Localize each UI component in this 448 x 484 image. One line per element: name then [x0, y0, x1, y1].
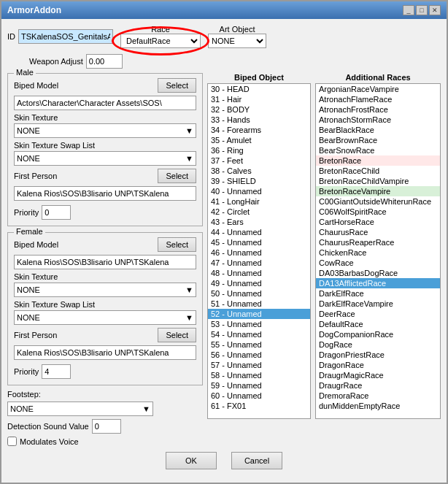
ok-button[interactable]: OK: [166, 452, 217, 469]
maximize-button[interactable]: □: [416, 5, 428, 15]
additional-race-item[interactable]: DraugrRace: [316, 380, 440, 391]
biped-object-item[interactable]: 34 - Forearms: [208, 125, 310, 135]
female-firstperson-select-button[interactable]: Select: [158, 328, 196, 342]
biped-object-item[interactable]: 39 - SHIELD: [208, 176, 310, 186]
additional-race-item[interactable]: ChaurusReaperRace: [316, 237, 440, 247]
additional-race-item[interactable]: DA13AfflictedRace: [316, 278, 440, 288]
female-firstperson-path[interactable]: [14, 345, 196, 360]
male-biped-select-button[interactable]: Select: [158, 78, 196, 93]
biped-object-item[interactable]: 36 - Ring: [208, 145, 310, 155]
biped-object-item[interactable]: 61 - FX01: [208, 401, 310, 411]
additional-race-item[interactable]: dunMiddenEmptyRace: [316, 401, 440, 411]
additional-race-item[interactable]: DraugrMagicRace: [316, 370, 440, 380]
additional-race-item[interactable]: DarkElfRaceVampire: [316, 299, 440, 309]
biped-object-item[interactable]: 41 - LongHair: [208, 196, 310, 207]
male-firstperson-path[interactable]: [14, 186, 196, 201]
top-row: ID Race DefaultRace Art Object NONE: [7, 25, 441, 48]
art-object-dropdown[interactable]: NONE: [208, 34, 266, 48]
biped-object-item[interactable]: 55 - Unnamed: [208, 339, 310, 350]
additional-race-item[interactable]: CowRace: [316, 258, 440, 268]
biped-object-item[interactable]: 42 - Circlet: [208, 207, 310, 217]
race-dropdown[interactable]: DefaultRace: [120, 34, 201, 48]
additional-race-item[interactable]: ChickenRace: [316, 247, 440, 258]
biped-object-item[interactable]: 53 - Unnamed: [208, 319, 310, 329]
female-firstperson-row: First Person Select: [14, 328, 196, 342]
female-skin-dropdown[interactable]: NONE ▼: [14, 283, 196, 297]
minimize-button[interactable]: _: [403, 5, 414, 15]
additional-race-item[interactable]: DogCompanionRace: [316, 329, 440, 339]
additional-race-item[interactable]: AtronachStormRace: [316, 115, 440, 125]
additional-race-item[interactable]: BearBlackRace: [316, 125, 440, 135]
biped-object-item[interactable]: 48 - Unnamed: [208, 268, 310, 278]
biped-object-item[interactable]: 30 - HEAD: [208, 84, 310, 94]
additional-race-item[interactable]: C00GiantOutsideWhiterunRace: [316, 196, 440, 207]
female-swap-dropdown[interactable]: NONE ▼: [14, 310, 196, 325]
biped-object-item[interactable]: 51 - Unnamed: [208, 299, 310, 309]
female-priority-input[interactable]: [42, 364, 71, 379]
additional-race-item[interactable]: DragonRace: [316, 360, 440, 370]
biped-object-item[interactable]: 32 - BODY: [208, 104, 310, 115]
biped-object-item[interactable]: 50 - Unnamed: [208, 288, 310, 299]
biped-object-item[interactable]: 49 - Unnamed: [208, 278, 310, 288]
biped-object-item[interactable]: 40 - Unnamed: [208, 186, 310, 196]
additional-race-item[interactable]: DA03BarbasDogRace: [316, 268, 440, 278]
additional-race-item[interactable]: BretonRaceChild: [316, 166, 440, 176]
male-firstperson-select-button[interactable]: Select: [158, 169, 196, 183]
male-priority-input[interactable]: [42, 205, 71, 220]
female-skin-arrow: ▼: [185, 285, 193, 294]
biped-object-item[interactable]: 33 - Hands: [208, 115, 310, 125]
additional-race-item[interactable]: DogRace: [316, 339, 440, 350]
male-swap-dropdown[interactable]: NONE ▼: [14, 151, 196, 166]
additional-race-item[interactable]: ChaurusRace: [316, 227, 440, 237]
cancel-button[interactable]: Cancel: [231, 452, 282, 469]
window-title: ArmorAddon: [7, 5, 61, 15]
biped-object-list[interactable]: 30 - HEAD31 - Hair32 - BODY33 - Hands34 …: [207, 83, 311, 419]
biped-object-item[interactable]: 60 - Unnamed: [208, 391, 310, 401]
male-skin-dropdown[interactable]: NONE ▼: [14, 123, 196, 138]
additional-race-item[interactable]: DefaultRace: [316, 319, 440, 329]
modulates-checkbox[interactable]: [7, 437, 17, 446]
biped-object-item[interactable]: 44 - Unnamed: [208, 227, 310, 237]
additional-race-item[interactable]: DarkElfRace: [316, 288, 440, 299]
biped-object-item[interactable]: 37 - Feet: [208, 155, 310, 166]
additional-race-item[interactable]: BretonRaceVampire: [316, 186, 440, 196]
biped-object-item[interactable]: 47 - Unnamed: [208, 258, 310, 268]
additional-race-item[interactable]: BretonRaceChildVampire: [316, 176, 440, 186]
female-firstperson-label: First Person: [14, 331, 57, 339]
additional-race-item[interactable]: DragonPriestRace: [316, 350, 440, 360]
biped-object-item[interactable]: 54 - Unnamed: [208, 329, 310, 339]
additional-race-item[interactable]: DeerRace: [316, 309, 440, 319]
id-input[interactable]: [18, 29, 113, 44]
additional-race-item[interactable]: AtronachFrostRace: [316, 104, 440, 115]
biped-object-item[interactable]: 58 - Unnamed: [208, 370, 310, 380]
female-biped-path[interactable]: [14, 255, 196, 269]
biped-object-item[interactable]: 38 - Calves: [208, 166, 310, 176]
biped-object-item[interactable]: 57 - Unnamed: [208, 360, 310, 370]
biped-object-item[interactable]: 52 - Unnamed: [208, 309, 310, 319]
additional-race-item[interactable]: BearBrownRace: [316, 135, 440, 145]
weapon-adjust-input[interactable]: [86, 54, 123, 69]
art-object-section: Art Object NONE: [208, 25, 266, 48]
female-biped-label: Biped Model: [14, 240, 58, 249]
male-biped-path[interactable]: [14, 96, 196, 110]
biped-object-item[interactable]: 31 - Hair: [208, 94, 310, 104]
biped-object-item[interactable]: 56 - Unnamed: [208, 350, 310, 360]
female-biped-select-button[interactable]: Select: [158, 237, 196, 252]
additional-races-list[interactable]: ArgonianRaceVampireAtronachFlameRaceAtro…: [315, 83, 441, 419]
biped-object-item[interactable]: 59 - Unnamed: [208, 380, 310, 391]
biped-object-item[interactable]: 45 - Unnamed: [208, 237, 310, 247]
additional-race-item[interactable]: C06WolfSpiritRace: [316, 207, 440, 217]
additional-race-item[interactable]: DremoraRace: [316, 391, 440, 401]
additional-race-item[interactable]: BretonRace: [316, 155, 440, 166]
biped-object-item[interactable]: 46 - Unnamed: [208, 247, 310, 258]
close-button[interactable]: ✕: [429, 5, 441, 15]
additional-race-item[interactable]: CartHorseRace: [316, 217, 440, 227]
footstep-dropdown[interactable]: NONE ▼: [7, 402, 153, 416]
additional-race-item[interactable]: BearSnowRace: [316, 145, 440, 155]
detection-input[interactable]: [92, 419, 121, 434]
female-skin-label: Skin Texture: [14, 272, 58, 281]
biped-object-item[interactable]: 35 - Amulet: [208, 135, 310, 145]
additional-race-item[interactable]: ArgonianRaceVampire: [316, 84, 440, 94]
additional-race-item[interactable]: AtronachFlameRace: [316, 94, 440, 104]
biped-object-item[interactable]: 43 - Ears: [208, 217, 310, 227]
